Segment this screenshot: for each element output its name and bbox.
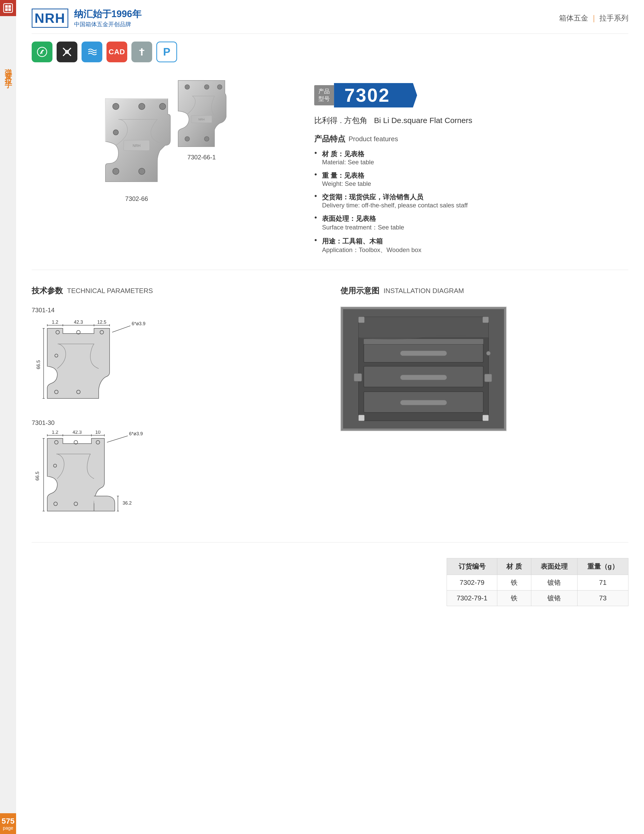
svg-point-23 — [185, 137, 189, 141]
table-body: 7302-79铁镀铬717302-79-1铁镀铬73 — [447, 575, 628, 606]
svg-text:NRH: NRH — [133, 144, 141, 148]
product-label-line2: 型号 — [318, 95, 330, 103]
table-cell-1-1: 铁 — [497, 590, 531, 606]
svg-point-13 — [113, 168, 119, 175]
features-title: 产品特点 Product features — [314, 134, 628, 144]
image-small-caption: 7302-66-1 — [168, 154, 235, 161]
tech-title: 技术参数 TECHNICAL PARAMETERS — [32, 286, 320, 296]
sidebar: 弹 簧 拉 手 — [0, 0, 16, 834]
svg-rect-83 — [354, 373, 362, 381]
product-name-cn: 比利得 . 方包角 — [314, 116, 367, 124]
page-number: 575 — [2, 816, 15, 826]
header-divider: ｜ — [590, 13, 597, 23]
technical-section: 技术参数 TECHNICAL PARAMETERS 7301-14 — [32, 270, 628, 542]
nrh-tagline-sub: 中国箱体五金开创品牌 — [74, 21, 142, 28]
product-number-badge: 产品 型号 7302 — [314, 83, 628, 107]
svg-rect-79 — [400, 351, 447, 356]
svg-point-91 — [486, 351, 490, 356]
svg-text:1.2: 1.2 — [52, 431, 58, 435]
product-label-line1: 产品 — [318, 88, 330, 95]
svg-text:36.2: 36.2 — [123, 501, 132, 506]
diagram2: 1.2 42.3 10 66.5 36.2 6*ø3.9 — [32, 431, 162, 519]
nrh-text: NRH — [34, 10, 65, 26]
svg-point-22 — [217, 85, 222, 89]
product-section: NRH 7302-66 — [32, 68, 628, 270]
sidebar-logo — [0, 0, 16, 16]
feature-cn-1: 重 量：见表格 — [322, 171, 628, 180]
svg-text:6*ø3.9: 6*ø3.9 — [132, 321, 146, 326]
icon-eco[interactable] — [32, 42, 52, 62]
data-table: 订货编号材 质表面处理重量（g） 7302-79铁镀铬717302-79-1铁镀… — [447, 558, 628, 606]
svg-point-10 — [113, 103, 119, 110]
table-header-1: 材 质 — [497, 558, 531, 575]
tool-icon — [61, 46, 73, 58]
feature-cn-0: 材 质：见表格 — [322, 150, 628, 158]
feature-cn-2: 交货期：现货供应，详洽销售人员 — [322, 192, 628, 202]
pin-icon — [136, 46, 147, 58]
svg-rect-85 — [400, 400, 447, 405]
table-cell-0-2: 镀铬 — [531, 575, 578, 590]
page-label: page — [2, 826, 15, 831]
nrh-logo: NRH 纳汇始于1996年 中国箱体五金开创品牌 — [32, 8, 142, 28]
features-title-en: Product features — [348, 135, 398, 143]
svg-text:12.5: 12.5 — [97, 320, 106, 325]
svg-text:NRH: NRH — [198, 118, 205, 121]
svg-text:1.2: 1.2 — [52, 320, 58, 325]
page-footer: 575 page — [0, 813, 16, 834]
table-header-2: 表面处理 — [531, 558, 578, 575]
product-image-small: NRH 7302-66-1 — [168, 78, 235, 161]
product-number: 7302 — [334, 83, 417, 107]
feature-item-4: 用途：工具箱、木箱Application：Toolbox、Wooden box — [314, 237, 628, 254]
icon-tool[interactable] — [57, 42, 78, 62]
icon-spring[interactable] — [81, 42, 102, 62]
tech-right: 使用示意图 INSTALLATION DIAGRAM — [340, 286, 628, 532]
feature-cn-4: 用途：工具箱、木箱 — [322, 237, 628, 246]
svg-line-73 — [107, 436, 128, 442]
feature-cn-3: 表面处理：见表格 — [322, 214, 628, 223]
features-title-cn: 产品特点 — [314, 134, 345, 144]
svg-rect-3 — [5, 8, 8, 11]
table-section: 订货编号材 质表面处理重量（g） 7302-79铁镀铬717302-79-1铁镀… — [32, 542, 628, 616]
feature-en-3: Surface treatment：See table — [322, 223, 628, 231]
svg-text:42.3: 42.3 — [73, 431, 81, 435]
product-label-box: 产品 型号 — [314, 85, 334, 105]
install-title-en: INSTALLATION DIAGRAM — [383, 287, 464, 295]
icon-cad[interactable]: CAD — [107, 42, 127, 62]
product-name-en: Bi Li De.square Flat Corners — [374, 116, 472, 124]
svg-rect-90 — [483, 415, 489, 421]
svg-text:6*ø3.9: 6*ø3.9 — [129, 431, 143, 436]
nrh-tagline-cn: 纳汇始于1996年 — [74, 8, 142, 21]
svg-point-21 — [204, 85, 209, 89]
svg-rect-80 — [364, 339, 483, 344]
header-series: 拉手系列 — [599, 13, 628, 23]
diagram1-label: 7301-14 — [32, 307, 320, 314]
svg-text:42.3: 42.3 — [74, 320, 83, 325]
feature-item-3: 表面处理：见表格Surface treatment：See table — [314, 214, 628, 231]
svg-rect-4 — [8, 8, 11, 11]
image-large-caption: 7302-66 — [90, 195, 183, 202]
table-header-row: 订货编号材 质表面处理重量（g） — [447, 558, 628, 575]
icon-pin[interactable] — [131, 42, 152, 62]
main-content: NRH 纳汇始于1996年 中国箱体五金开创品牌 箱体五金 ｜ 拉手系列 — [16, 0, 644, 616]
svg-text:66.5: 66.5 — [36, 360, 41, 369]
table-cell-1-3: 73 — [578, 590, 628, 606]
feature-en-4: Application：Toolbox、Wooden box — [322, 246, 628, 254]
header: NRH 纳汇始于1996年 中国箱体五金开创品牌 箱体五金 ｜ 拉手系列 — [32, 0, 628, 34]
table-cell-1-0: 7302-79-1 — [447, 590, 497, 606]
product-images: NRH 7302-66 — [32, 78, 293, 259]
table-cell-1-2: 镀铬 — [531, 590, 578, 606]
svg-point-12 — [159, 103, 166, 110]
svg-rect-2 — [8, 5, 11, 8]
svg-rect-0 — [4, 4, 13, 13]
svg-line-47 — [112, 326, 130, 332]
header-category: 箱体五金 — [559, 13, 588, 23]
diagram2-svg: 1.2 42.3 10 66.5 36.2 6*ø3.9 — [32, 431, 162, 519]
svg-rect-89 — [359, 415, 364, 421]
svg-point-20 — [185, 85, 189, 89]
install-title: 使用示意图 INSTALLATION DIAGRAM — [340, 286, 628, 296]
feature-en-1: Weight: See table — [322, 180, 628, 187]
feature-item-1: 重 量：见表格Weight: See table — [314, 171, 628, 187]
svg-rect-8 — [139, 50, 144, 51]
icon-p[interactable]: P — [156, 42, 177, 62]
table-header-3: 重量（g） — [578, 558, 628, 575]
